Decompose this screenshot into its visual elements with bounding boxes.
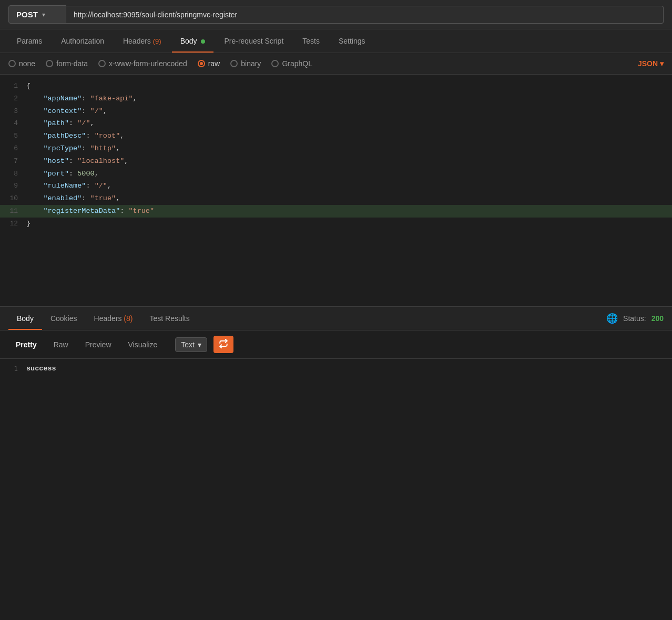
code-line-11: 11 "registerMetaData": "true" bbox=[0, 205, 672, 218]
response-tab-headers[interactable]: Headers (8) bbox=[86, 307, 141, 330]
response-headers-badge: (8) bbox=[124, 314, 133, 323]
line-num-3: 3 bbox=[0, 106, 26, 117]
response-line-1: 1 success bbox=[0, 364, 672, 373]
response-tab-cookies[interactable]: Cookies bbox=[42, 307, 86, 330]
line-num-7: 7 bbox=[0, 156, 26, 167]
method-label: POST bbox=[16, 10, 38, 19]
response-tab-body[interactable]: Body bbox=[8, 307, 42, 330]
json-format-selector[interactable]: JSON ▾ bbox=[638, 59, 664, 68]
request-tabs-row: Params Authorization Headers (9) Body Pr… bbox=[0, 29, 672, 53]
tab-tests[interactable]: Tests bbox=[294, 29, 328, 53]
line-num-12: 12 bbox=[0, 218, 26, 230]
code-content-6: "rpcType": "http", bbox=[26, 143, 672, 154]
tab-pre-request[interactable]: Pre-request Script bbox=[216, 29, 292, 53]
code-line-9: 9 "ruleName": "/", bbox=[0, 180, 672, 192]
response-right-area: 🌐 Status: 200 bbox=[606, 313, 664, 324]
code-line-1: 1 { bbox=[0, 80, 672, 92]
radio-circle-none bbox=[8, 60, 16, 67]
url-input[interactable] bbox=[66, 6, 664, 24]
tab-authorization[interactable]: Authorization bbox=[53, 29, 113, 53]
response-success-text: success bbox=[26, 365, 56, 373]
format-tab-pretty[interactable]: Pretty bbox=[8, 337, 44, 352]
headers-badge: (9) bbox=[153, 37, 161, 45]
code-content-11: "registerMetaData": "true" bbox=[26, 205, 672, 217]
response-line-num-1: 1 bbox=[0, 364, 26, 373]
status-label: Status: bbox=[623, 314, 646, 323]
code-editor[interactable]: 1 { 2 "appName": "fake-api", 3 "context"… bbox=[0, 75, 672, 306]
method-chevron-icon: ▾ bbox=[42, 11, 45, 18]
json-chevron-icon: ▾ bbox=[660, 59, 664, 68]
code-content-7: "host": "localhost", bbox=[26, 156, 672, 167]
code-content-2: "appName": "fake-api", bbox=[26, 93, 672, 105]
format-dropdown-chevron-icon: ▾ bbox=[198, 340, 201, 349]
code-content-4: "path": "/", bbox=[26, 118, 672, 129]
response-tabs-row: Body Cookies Headers (8) Test Results 🌐 … bbox=[0, 307, 672, 330]
radio-circle-urlencoded bbox=[98, 60, 106, 67]
code-line-2: 2 "appName": "fake-api", bbox=[0, 92, 672, 105]
format-tab-raw[interactable]: Raw bbox=[46, 337, 76, 352]
line-num-9: 9 bbox=[0, 180, 26, 192]
body-type-row: none form-data x-www-form-urlencoded raw… bbox=[0, 53, 672, 75]
tab-params[interactable]: Params bbox=[8, 29, 50, 53]
globe-icon[interactable]: 🌐 bbox=[606, 313, 618, 324]
line-num-5: 5 bbox=[0, 130, 26, 142]
line-num-4: 4 bbox=[0, 118, 26, 129]
radio-raw[interactable]: raw bbox=[198, 59, 220, 68]
method-selector[interactable]: POST ▾ bbox=[8, 5, 66, 24]
tab-body[interactable]: Body bbox=[172, 29, 214, 53]
line-num-11: 11 bbox=[0, 205, 26, 217]
wrap-button[interactable] bbox=[213, 336, 233, 353]
format-dropdown[interactable]: Text ▾ bbox=[175, 337, 207, 352]
code-line-6: 6 "rpcType": "http", bbox=[0, 142, 672, 155]
radio-circle-graphql bbox=[271, 60, 279, 67]
code-content-3: "context": "/", bbox=[26, 106, 672, 117]
line-num-1: 1 bbox=[0, 80, 26, 92]
radio-form-data[interactable]: form-data bbox=[46, 59, 88, 68]
response-section: Body Cookies Headers (8) Test Results 🌐 … bbox=[0, 306, 672, 378]
tab-headers[interactable]: Headers (9) bbox=[115, 29, 170, 53]
code-content-9: "ruleName": "/", bbox=[26, 180, 672, 192]
radio-graphql[interactable]: GraphQL bbox=[271, 59, 312, 68]
line-num-8: 8 bbox=[0, 168, 26, 180]
code-content-5: "pathDesc": "root", bbox=[26, 130, 672, 142]
code-content-8: "port": 5000, bbox=[26, 168, 672, 180]
tab-settings[interactable]: Settings bbox=[330, 29, 374, 53]
code-line-7: 7 "host": "localhost", bbox=[0, 155, 672, 168]
line-num-10: 10 bbox=[0, 193, 26, 204]
response-body-content: 1 success bbox=[0, 359, 672, 378]
response-tab-test-results[interactable]: Test Results bbox=[141, 307, 198, 330]
code-line-12: 12 } bbox=[0, 218, 672, 230]
radio-binary[interactable]: binary bbox=[230, 59, 261, 68]
line-num-6: 6 bbox=[0, 143, 26, 154]
radio-circle-form-data bbox=[46, 60, 53, 67]
radio-circle-binary bbox=[230, 60, 238, 67]
format-tab-preview[interactable]: Preview bbox=[78, 337, 119, 352]
line-num-2: 2 bbox=[0, 93, 26, 105]
radio-urlencoded[interactable]: x-www-form-urlencoded bbox=[98, 59, 187, 68]
code-content-12: } bbox=[26, 218, 672, 230]
body-active-dot bbox=[201, 39, 205, 44]
radio-none[interactable]: none bbox=[8, 59, 35, 68]
url-bar: POST ▾ bbox=[0, 0, 672, 29]
code-line-3: 3 "context": "/", bbox=[0, 105, 672, 118]
response-format-row: Pretty Raw Preview Visualize Text ▾ bbox=[0, 330, 672, 359]
radio-circle-raw bbox=[198, 60, 205, 67]
format-tab-visualize[interactable]: Visualize bbox=[121, 337, 165, 352]
code-line-5: 5 "pathDesc": "root", bbox=[0, 130, 672, 142]
code-content-10: "enabled": "true", bbox=[26, 193, 672, 204]
code-line-8: 8 "port": 5000, bbox=[0, 168, 672, 180]
code-line-4: 4 "path": "/", bbox=[0, 117, 672, 130]
code-content-1: { bbox=[26, 80, 672, 92]
code-line-10: 10 "enabled": "true", bbox=[0, 192, 672, 205]
status-code: 200 bbox=[651, 314, 664, 323]
